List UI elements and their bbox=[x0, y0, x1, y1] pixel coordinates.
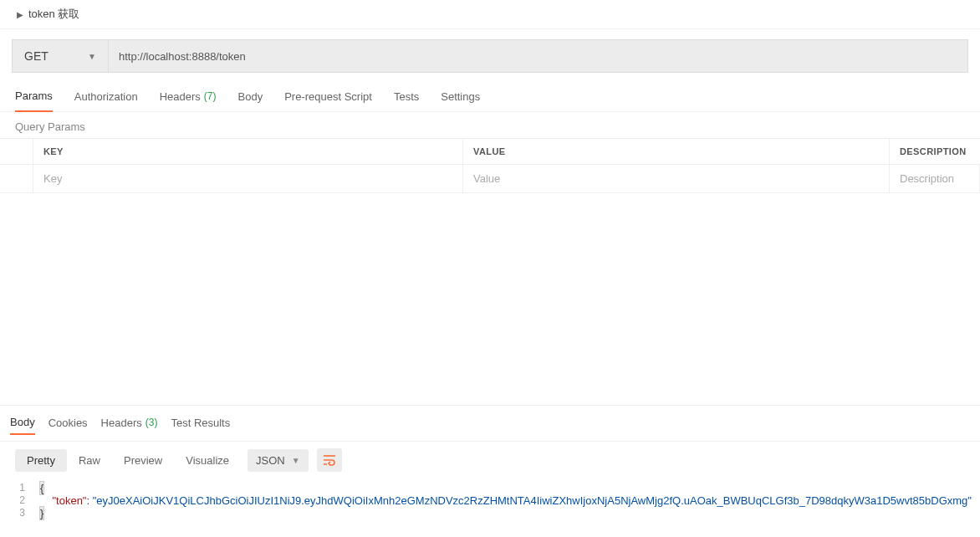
view-visualize[interactable]: Visualize bbox=[174, 449, 241, 472]
wrap-icon bbox=[323, 454, 336, 466]
headers-count: (7) bbox=[204, 90, 217, 102]
empty-space bbox=[0, 193, 980, 405]
view-raw[interactable]: Raw bbox=[67, 449, 112, 472]
code-line-2: 2 "token": "eyJ0eXAiOiJKV1QiLCJhbGciOiJI… bbox=[0, 494, 980, 507]
json-open-brace: { bbox=[40, 482, 43, 494]
url-input[interactable] bbox=[109, 39, 968, 73]
json-close-brace: } bbox=[40, 507, 43, 519]
key-placeholder[interactable]: Key bbox=[33, 165, 463, 192]
wrap-lines-button[interactable] bbox=[317, 448, 342, 472]
view-preview[interactable]: Preview bbox=[112, 449, 174, 472]
line-number: 2 bbox=[0, 494, 40, 507]
view-pretty[interactable]: Pretty bbox=[15, 449, 67, 472]
tab-body[interactable]: Body bbox=[238, 83, 263, 111]
collapse-caret-icon[interactable]: ▶ bbox=[17, 10, 23, 19]
tab-tests[interactable]: Tests bbox=[394, 83, 419, 111]
tab-prerequest[interactable]: Pre-request Script bbox=[284, 83, 372, 111]
header-key: KEY bbox=[33, 139, 463, 164]
params-table: KEY VALUE DESCRIPTION Key Value Descript… bbox=[0, 138, 980, 193]
json-key: "token" bbox=[52, 494, 86, 507]
request-title-bar: ▶ token 获取 bbox=[0, 0, 980, 29]
line-number: 1 bbox=[0, 482, 40, 494]
method-label: GET bbox=[24, 49, 48, 63]
params-empty-row[interactable]: Key Value Description bbox=[0, 165, 980, 192]
line-number: 3 bbox=[0, 507, 40, 519]
resp-headers-count: (3) bbox=[145, 417, 158, 428]
header-value: VALUE bbox=[463, 139, 890, 164]
params-header-row: KEY VALUE DESCRIPTION bbox=[0, 139, 980, 165]
row-select[interactable] bbox=[0, 165, 33, 192]
response-body-code[interactable]: 1 { 2 "token": "eyJ0eXAiOiJKV1QiLCJhbGci… bbox=[0, 478, 980, 526]
header-select bbox=[0, 139, 33, 164]
method-select[interactable]: GET ▼ bbox=[12, 39, 109, 73]
tab-settings[interactable]: Settings bbox=[441, 83, 480, 111]
tab-authorization[interactable]: Authorization bbox=[74, 83, 138, 111]
tab-headers[interactable]: Headers (7) bbox=[160, 83, 217, 111]
header-desc: DESCRIPTION bbox=[890, 139, 980, 164]
request-tabs: Params Authorization Headers (7) Body Pr… bbox=[0, 83, 980, 112]
desc-placeholder[interactable]: Description bbox=[890, 165, 980, 192]
format-select[interactable]: JSON ▼ bbox=[248, 449, 309, 472]
resp-tab-cookies[interactable]: Cookies bbox=[48, 412, 88, 434]
tab-params[interactable]: Params bbox=[15, 83, 53, 112]
resp-tab-body[interactable]: Body bbox=[10, 412, 35, 435]
value-placeholder[interactable]: Value bbox=[463, 165, 890, 192]
code-line-1: 1 { bbox=[0, 482, 980, 494]
resp-tab-headers[interactable]: Headers (3) bbox=[101, 412, 158, 434]
resp-tab-testresults[interactable]: Test Results bbox=[171, 412, 230, 434]
code-line-3: 3 } bbox=[0, 507, 980, 519]
chevron-down-icon: ▼ bbox=[88, 52, 96, 61]
response-view-controls: Pretty Raw Preview Visualize JSON ▼ bbox=[0, 442, 980, 478]
query-params-label: Query Params bbox=[0, 112, 980, 138]
request-title: token 获取 bbox=[28, 7, 79, 22]
request-row: GET ▼ bbox=[0, 29, 980, 83]
response-tabs: Body Cookies Headers (3) Test Results bbox=[0, 406, 980, 442]
json-value: "eyJ0eXAiOiJKV1QiLCJhbGciOiJIUzI1NiJ9.ey… bbox=[93, 494, 972, 507]
format-label: JSON bbox=[256, 454, 285, 467]
chevron-down-icon: ▼ bbox=[292, 456, 300, 465]
